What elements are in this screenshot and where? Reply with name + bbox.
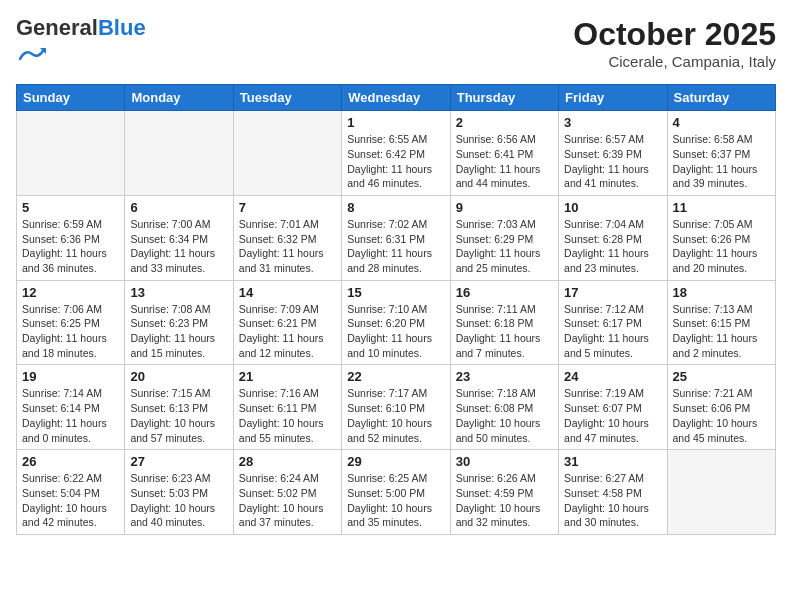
calendar-cell: 19Sunrise: 7:14 AM Sunset: 6:14 PM Dayli… (17, 365, 125, 450)
page-header: GeneralBlue October 2025 Cicerale, Campa… (16, 16, 776, 72)
week-row-2: 5Sunrise: 6:59 AM Sunset: 6:36 PM Daylig… (17, 195, 776, 280)
week-row-4: 19Sunrise: 7:14 AM Sunset: 6:14 PM Dayli… (17, 365, 776, 450)
weekday-header-tuesday: Tuesday (233, 85, 341, 111)
day-number: 5 (22, 200, 119, 215)
week-row-5: 26Sunrise: 6:22 AM Sunset: 5:04 PM Dayli… (17, 450, 776, 535)
calendar-cell: 25Sunrise: 7:21 AM Sunset: 6:06 PM Dayli… (667, 365, 775, 450)
day-info: Sunrise: 7:01 AM Sunset: 6:32 PM Dayligh… (239, 217, 336, 276)
day-info: Sunrise: 6:24 AM Sunset: 5:02 PM Dayligh… (239, 471, 336, 530)
calendar-cell (125, 111, 233, 196)
day-number: 6 (130, 200, 227, 215)
logo: GeneralBlue (16, 16, 146, 72)
day-number: 11 (673, 200, 770, 215)
day-info: Sunrise: 6:26 AM Sunset: 4:59 PM Dayligh… (456, 471, 553, 530)
logo-icon (18, 40, 46, 68)
calendar-cell: 18Sunrise: 7:13 AM Sunset: 6:15 PM Dayli… (667, 280, 775, 365)
month-title: October 2025 (573, 16, 776, 53)
day-number: 9 (456, 200, 553, 215)
day-number: 2 (456, 115, 553, 130)
logo-text: GeneralBlue (16, 16, 146, 40)
day-info: Sunrise: 7:00 AM Sunset: 6:34 PM Dayligh… (130, 217, 227, 276)
day-info: Sunrise: 7:17 AM Sunset: 6:10 PM Dayligh… (347, 386, 444, 445)
calendar-cell: 28Sunrise: 6:24 AM Sunset: 5:02 PM Dayli… (233, 450, 341, 535)
day-number: 28 (239, 454, 336, 469)
weekday-header-wednesday: Wednesday (342, 85, 450, 111)
day-info: Sunrise: 7:03 AM Sunset: 6:29 PM Dayligh… (456, 217, 553, 276)
day-number: 31 (564, 454, 661, 469)
calendar-cell: 5Sunrise: 6:59 AM Sunset: 6:36 PM Daylig… (17, 195, 125, 280)
day-number: 21 (239, 369, 336, 384)
day-number: 24 (564, 369, 661, 384)
calendar-cell: 15Sunrise: 7:10 AM Sunset: 6:20 PM Dayli… (342, 280, 450, 365)
title-block: October 2025 Cicerale, Campania, Italy (573, 16, 776, 70)
day-info: Sunrise: 6:23 AM Sunset: 5:03 PM Dayligh… (130, 471, 227, 530)
day-info: Sunrise: 6:25 AM Sunset: 5:00 PM Dayligh… (347, 471, 444, 530)
day-number: 10 (564, 200, 661, 215)
week-row-3: 12Sunrise: 7:06 AM Sunset: 6:25 PM Dayli… (17, 280, 776, 365)
day-info: Sunrise: 6:59 AM Sunset: 6:36 PM Dayligh… (22, 217, 119, 276)
day-number: 30 (456, 454, 553, 469)
calendar-cell: 4Sunrise: 6:58 AM Sunset: 6:37 PM Daylig… (667, 111, 775, 196)
day-number: 4 (673, 115, 770, 130)
day-number: 20 (130, 369, 227, 384)
day-number: 23 (456, 369, 553, 384)
calendar-cell (667, 450, 775, 535)
day-info: Sunrise: 6:27 AM Sunset: 4:58 PM Dayligh… (564, 471, 661, 530)
day-info: Sunrise: 7:04 AM Sunset: 6:28 PM Dayligh… (564, 217, 661, 276)
day-number: 1 (347, 115, 444, 130)
day-number: 14 (239, 285, 336, 300)
day-info: Sunrise: 6:56 AM Sunset: 6:41 PM Dayligh… (456, 132, 553, 191)
day-number: 18 (673, 285, 770, 300)
calendar-cell: 9Sunrise: 7:03 AM Sunset: 6:29 PM Daylig… (450, 195, 558, 280)
day-info: Sunrise: 7:13 AM Sunset: 6:15 PM Dayligh… (673, 302, 770, 361)
day-number: 16 (456, 285, 553, 300)
calendar-cell: 13Sunrise: 7:08 AM Sunset: 6:23 PM Dayli… (125, 280, 233, 365)
day-info: Sunrise: 7:11 AM Sunset: 6:18 PM Dayligh… (456, 302, 553, 361)
day-info: Sunrise: 7:05 AM Sunset: 6:26 PM Dayligh… (673, 217, 770, 276)
calendar-cell: 17Sunrise: 7:12 AM Sunset: 6:17 PM Dayli… (559, 280, 667, 365)
weekday-header-sunday: Sunday (17, 85, 125, 111)
day-number: 27 (130, 454, 227, 469)
day-number: 12 (22, 285, 119, 300)
day-info: Sunrise: 7:19 AM Sunset: 6:07 PM Dayligh… (564, 386, 661, 445)
calendar-cell: 31Sunrise: 6:27 AM Sunset: 4:58 PM Dayli… (559, 450, 667, 535)
day-number: 29 (347, 454, 444, 469)
day-number: 8 (347, 200, 444, 215)
day-info: Sunrise: 7:15 AM Sunset: 6:13 PM Dayligh… (130, 386, 227, 445)
day-info: Sunrise: 6:22 AM Sunset: 5:04 PM Dayligh… (22, 471, 119, 530)
calendar-cell: 29Sunrise: 6:25 AM Sunset: 5:00 PM Dayli… (342, 450, 450, 535)
day-number: 26 (22, 454, 119, 469)
day-info: Sunrise: 7:09 AM Sunset: 6:21 PM Dayligh… (239, 302, 336, 361)
day-number: 19 (22, 369, 119, 384)
calendar-cell: 8Sunrise: 7:02 AM Sunset: 6:31 PM Daylig… (342, 195, 450, 280)
calendar-cell (17, 111, 125, 196)
day-info: Sunrise: 7:08 AM Sunset: 6:23 PM Dayligh… (130, 302, 227, 361)
calendar-cell: 16Sunrise: 7:11 AM Sunset: 6:18 PM Dayli… (450, 280, 558, 365)
calendar-cell: 27Sunrise: 6:23 AM Sunset: 5:03 PM Dayli… (125, 450, 233, 535)
calendar-table: SundayMondayTuesdayWednesdayThursdayFrid… (16, 84, 776, 535)
calendar-cell: 23Sunrise: 7:18 AM Sunset: 6:08 PM Dayli… (450, 365, 558, 450)
day-info: Sunrise: 6:58 AM Sunset: 6:37 PM Dayligh… (673, 132, 770, 191)
calendar-cell: 3Sunrise: 6:57 AM Sunset: 6:39 PM Daylig… (559, 111, 667, 196)
day-number: 3 (564, 115, 661, 130)
day-number: 22 (347, 369, 444, 384)
day-info: Sunrise: 7:21 AM Sunset: 6:06 PM Dayligh… (673, 386, 770, 445)
day-info: Sunrise: 7:10 AM Sunset: 6:20 PM Dayligh… (347, 302, 444, 361)
weekday-header-thursday: Thursday (450, 85, 558, 111)
day-info: Sunrise: 7:18 AM Sunset: 6:08 PM Dayligh… (456, 386, 553, 445)
day-info: Sunrise: 7:06 AM Sunset: 6:25 PM Dayligh… (22, 302, 119, 361)
day-number: 17 (564, 285, 661, 300)
day-info: Sunrise: 7:14 AM Sunset: 6:14 PM Dayligh… (22, 386, 119, 445)
logo-blue: Blue (98, 15, 146, 40)
calendar-cell: 20Sunrise: 7:15 AM Sunset: 6:13 PM Dayli… (125, 365, 233, 450)
day-info: Sunrise: 7:12 AM Sunset: 6:17 PM Dayligh… (564, 302, 661, 361)
calendar-cell: 1Sunrise: 6:55 AM Sunset: 6:42 PM Daylig… (342, 111, 450, 196)
day-number: 13 (130, 285, 227, 300)
day-number: 7 (239, 200, 336, 215)
weekday-header-row: SundayMondayTuesdayWednesdayThursdayFrid… (17, 85, 776, 111)
day-info: Sunrise: 7:02 AM Sunset: 6:31 PM Dayligh… (347, 217, 444, 276)
weekday-header-saturday: Saturday (667, 85, 775, 111)
calendar-cell: 26Sunrise: 6:22 AM Sunset: 5:04 PM Dayli… (17, 450, 125, 535)
weekday-header-friday: Friday (559, 85, 667, 111)
calendar-cell: 2Sunrise: 6:56 AM Sunset: 6:41 PM Daylig… (450, 111, 558, 196)
